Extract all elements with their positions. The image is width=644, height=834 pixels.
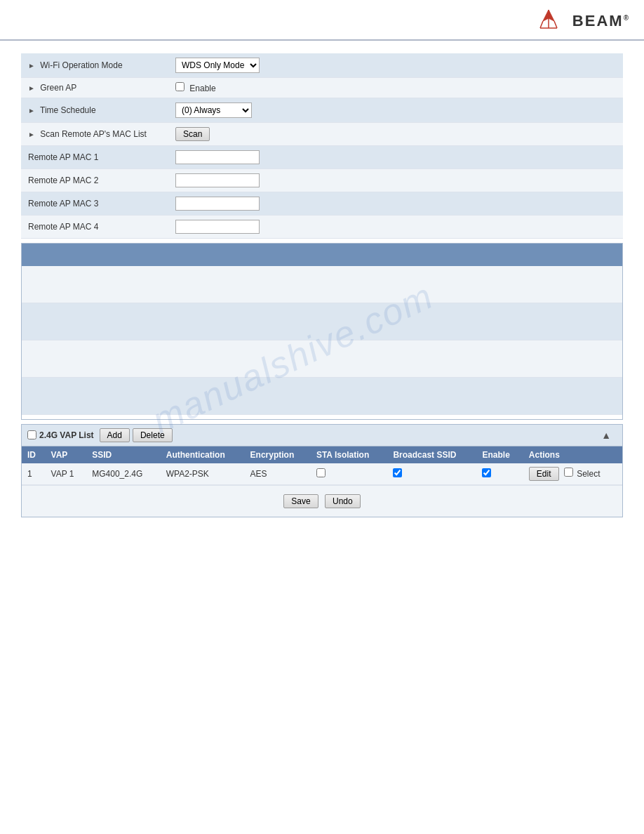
logo-icon [528, 7, 570, 35]
scan-remote-button-cell: Scan [168, 123, 623, 146]
blank-section-row-4 [22, 378, 622, 414]
time-schedule-value: (0) Always (1) Schedule 1 (2) Schedule 2 [168, 98, 623, 123]
row-vap: VAP 1 [46, 463, 87, 485]
row-actions: Edit Select [523, 463, 622, 485]
remote-mac-1-row: Remote AP MAC 1 [21, 146, 623, 169]
row-enable [476, 463, 523, 485]
blank-section-row-1 [22, 266, 622, 303]
select-label: Select [577, 469, 600, 479]
remote-mac-3-input-cell [168, 192, 623, 216]
arrow-icon: ► [28, 131, 35, 138]
save-button[interactable]: Save [283, 494, 318, 508]
vap-list-section: 2.4G VAP List Add Delete ▲ ID VAP SSID A… [21, 424, 623, 517]
row-broadcast [387, 463, 476, 485]
remote-mac-1-input-cell [168, 146, 623, 169]
scan-remote-row: ► Scan Remote AP's MAC List Scan [21, 123, 623, 146]
undo-button[interactable]: Undo [325, 494, 361, 508]
remote-mac-4-row: Remote AP MAC 4 [21, 216, 623, 239]
enable-checkbox[interactable] [482, 468, 491, 477]
green-ap-label: ► Green AP [21, 78, 168, 98]
svg-line-3 [540, 21, 543, 28]
blank-section-header [22, 244, 622, 266]
table-row: 1 VAP 1 MG400_2.4G WPA2-PSK AES [22, 463, 622, 485]
vap-header-checkbox[interactable] [27, 430, 36, 439]
row-auth: WPA2-PSK [161, 463, 245, 485]
remote-mac-3-input[interactable] [175, 197, 260, 211]
time-schedule-select[interactable]: (0) Always (1) Schedule 1 (2) Schedule 2 [175, 102, 252, 118]
vap-table: ID VAP SSID Authentication Encryption ST… [22, 446, 622, 485]
blank-section-row-2 [22, 303, 622, 340]
wifi-operation-mode-row: ► Wi-Fi Operation Mode WDS Only Mode AP … [21, 53, 623, 78]
green-ap-value: Enable [168, 78, 623, 98]
blank-section-row-3 [22, 340, 622, 377]
edit-button[interactable]: Edit [529, 467, 559, 481]
time-schedule-label: ► Time Schedule [21, 98, 168, 123]
col-ssid: SSID [86, 446, 161, 463]
col-actions: Actions [523, 446, 622, 463]
remote-mac-2-row: Remote AP MAC 2 [21, 169, 623, 192]
header: BEAM® [0, 0, 644, 41]
vap-table-header-row: ID VAP SSID Authentication Encryption ST… [22, 446, 622, 463]
row-id: 1 [22, 463, 46, 485]
col-sta-iso: STA Isolation [311, 446, 387, 463]
broadcast-checkbox[interactable] [393, 468, 402, 477]
col-enc: Encryption [245, 446, 311, 463]
select-checkbox[interactable] [564, 468, 573, 477]
row-enc: AES [245, 463, 311, 485]
row-ssid: MG400_2.4G [86, 463, 161, 485]
vap-collapse-button[interactable]: ▲ [601, 430, 611, 441]
col-broadcast-ssid: Broadcast SSID [387, 446, 476, 463]
remote-mac-1-input[interactable] [175, 150, 260, 164]
row-sta-iso [311, 463, 387, 485]
vap-list-title: 2.4G VAP List [39, 430, 94, 440]
arrow-icon: ► [28, 62, 35, 70]
col-id: ID [22, 446, 46, 463]
scan-button[interactable]: Scan [175, 127, 210, 141]
remote-mac-3-row: Remote AP MAC 3 [21, 192, 623, 216]
logo-text: BEAM® [572, 12, 630, 30]
action-row: Save Undo [22, 485, 622, 517]
collapsed-section [21, 243, 623, 420]
remote-mac-4-input-cell [168, 216, 623, 239]
remote-mac-2-label: Remote AP MAC 2 [21, 169, 168, 192]
wifi-operation-mode-select[interactable]: WDS Only Mode AP Mode Client Mode [175, 58, 260, 73]
remote-mac-1-label: Remote AP MAC 1 [21, 146, 168, 169]
col-enable: Enable [476, 446, 523, 463]
wifi-operation-mode-value: WDS Only Mode AP Mode Client Mode [168, 53, 623, 78]
remote-mac-3-label: Remote AP MAC 3 [21, 192, 168, 216]
arrow-icon: ► [28, 84, 35, 92]
sta-iso-checkbox[interactable] [316, 468, 326, 477]
col-auth: Authentication [161, 446, 245, 463]
scan-remote-label: ► Scan Remote AP's MAC List [21, 123, 168, 146]
arrow-icon: ► [28, 107, 35, 114]
logo: BEAM® [528, 7, 630, 35]
vap-list-header: 2.4G VAP List Add Delete ▲ [22, 425, 622, 446]
remote-mac-2-input[interactable] [175, 173, 260, 187]
svg-line-4 [554, 21, 557, 28]
green-ap-row: ► Green AP Enable [21, 78, 623, 98]
green-ap-checkbox[interactable] [175, 82, 185, 91]
remote-mac-4-label: Remote AP MAC 4 [21, 216, 168, 239]
col-vap: VAP [46, 446, 87, 463]
config-table: ► Wi-Fi Operation Mode WDS Only Mode AP … [21, 53, 623, 239]
remote-mac-2-input-cell [168, 169, 623, 192]
vap-add-button[interactable]: Add [100, 428, 130, 442]
remote-mac-4-input[interactable] [175, 220, 260, 234]
wifi-operation-mode-label: ► Wi-Fi Operation Mode [21, 53, 168, 78]
time-schedule-row: ► Time Schedule (0) Always (1) Schedule … [21, 98, 623, 123]
vap-delete-button[interactable]: Delete [133, 428, 173, 442]
